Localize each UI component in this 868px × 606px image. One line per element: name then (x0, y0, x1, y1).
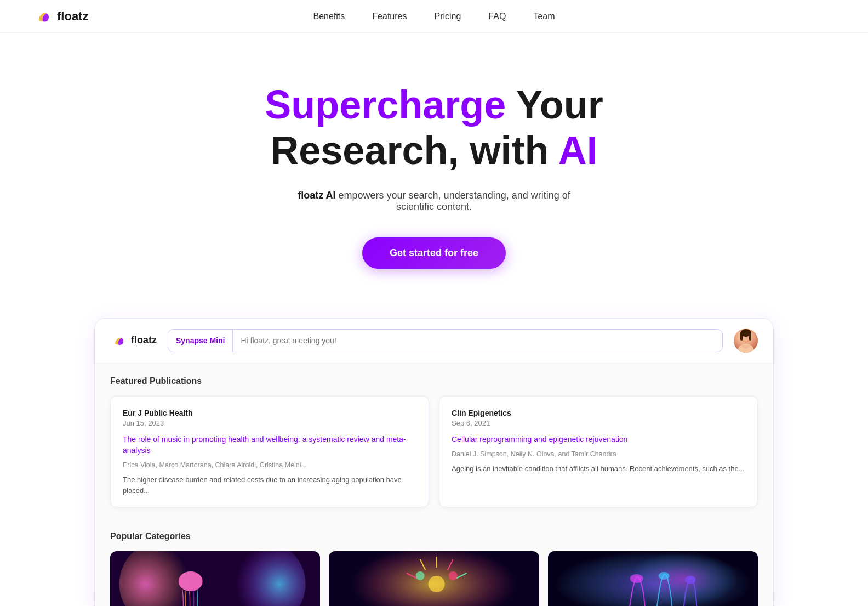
pub-title-2[interactable]: Cellular reprogramming and epigenetic re… (452, 434, 745, 445)
nav-logo-text: floatz (57, 9, 88, 24)
svg-point-19 (449, 571, 458, 580)
category-image-1 (110, 551, 320, 606)
avatar-face-svg (734, 329, 758, 353)
categories-section: Popular Categories (95, 520, 773, 606)
nav-benefits[interactable]: Benefits (313, 12, 345, 21)
app-header: floatz Synapse Mini (95, 319, 773, 363)
app-floatz-logo-icon (110, 332, 127, 349)
pub-journal-2: Clin Epigenetics (452, 409, 745, 417)
nav-logo[interactable]: floatz (33, 7, 88, 26)
pub-title-1[interactable]: The role of music in promoting health an… (123, 434, 416, 456)
categories-grid (110, 551, 758, 606)
app-search-bar[interactable]: Synapse Mini (168, 329, 723, 352)
pub-abstract-2: Ageing is an inevitable condition that a… (452, 463, 745, 474)
hero-brand: floatz AI (298, 190, 335, 201)
svg-rect-5 (740, 333, 743, 341)
nav-pricing[interactable]: Pricing (434, 12, 461, 21)
hero-title-line2: Research, with AI (265, 128, 603, 173)
svg-rect-6 (749, 333, 751, 341)
get-started-button[interactable]: Get started for free (362, 237, 506, 269)
hero-subtitle: floatz AI empowers your search, understa… (281, 190, 587, 213)
pub-card-2: Clin Epigenetics Sep 6, 2021 Cellular re… (439, 396, 758, 508)
floatz-logo-icon (33, 7, 53, 26)
svg-point-25 (658, 572, 669, 580)
hero-subtitle-rest: empowers your search, understanding, and… (336, 190, 570, 212)
pub-journal-1: Eur J Public Health (123, 409, 416, 417)
nav-links: Benefits Features Pricing FAQ Team (313, 12, 555, 21)
publications-grid: Eur J Public Health Jun 15, 2023 The rol… (110, 396, 758, 508)
pub-date-2: Sep 6, 2021 (452, 419, 745, 427)
svg-point-23 (628, 551, 738, 606)
svg-point-20 (416, 571, 425, 580)
publications-section-title: Featured Publications (110, 376, 758, 386)
app-search-input[interactable] (233, 336, 722, 345)
hero-title-supercharge: Supercharge (265, 83, 506, 127)
category-card-2[interactable] (329, 551, 539, 606)
nav-features[interactable]: Features (372, 12, 407, 21)
svg-point-9 (218, 551, 306, 606)
svg-point-18 (429, 576, 445, 592)
navbar: floatz Benefits Features Pricing FAQ Tea… (0, 0, 868, 33)
category-card-1[interactable] (110, 551, 320, 606)
category-image-2 (329, 551, 539, 606)
hero-title-research: Research, with (270, 128, 558, 172)
hero-title-your: Your (506, 83, 603, 127)
category-card-3[interactable] (548, 551, 758, 606)
svg-point-10 (179, 571, 203, 591)
categories-section-title: Popular Categories (110, 531, 758, 541)
avatar-image (734, 329, 758, 353)
app-search-tag: Synapse Mini (168, 330, 233, 352)
pub-abstract-1: The higher disease burden and related co… (123, 474, 416, 496)
category-image-3 (548, 551, 758, 606)
hero-section: Supercharge Your Research, with AI float… (0, 33, 868, 302)
hero-title: Supercharge Your Research, with AI (265, 82, 603, 173)
nav-team[interactable]: Team (533, 12, 555, 21)
app-logo: floatz (110, 332, 157, 349)
svg-point-24 (630, 574, 643, 583)
nav-faq[interactable]: FAQ (488, 12, 506, 21)
app-logo-text: floatz (131, 335, 157, 346)
pub-date-1: Jun 15, 2023 (123, 419, 416, 427)
publications-section: Featured Publications Eur J Public Healt… (95, 363, 773, 521)
app-avatar (734, 329, 758, 353)
app-preview: floatz Synapse Mini (94, 318, 774, 606)
pub-authors-1: Erica Viola, Marco Martorana, Chiara Air… (123, 461, 416, 469)
hero-title-line1: Supercharge Your (265, 82, 603, 128)
pub-card-1: Eur J Public Health Jun 15, 2023 The rol… (110, 396, 429, 508)
pub-authors-2: Daniel J. Simpson, Nelly N. Olova, and T… (452, 450, 745, 458)
hero-title-ai: AI (558, 128, 598, 172)
svg-point-26 (684, 576, 695, 584)
